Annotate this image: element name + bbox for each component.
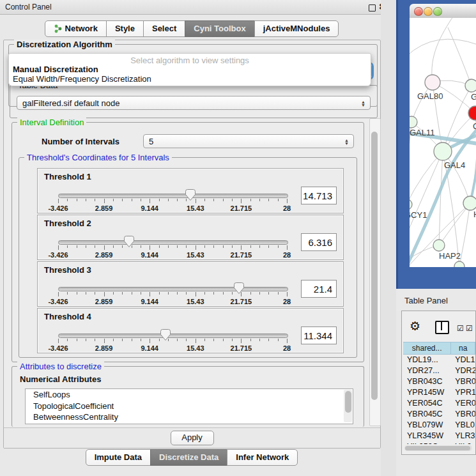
threshold-value-field[interactable]: 6.316 xyxy=(301,233,337,251)
zoom-traffic-light-icon[interactable] xyxy=(433,7,442,16)
attributes-group-title: Attributes to discretize xyxy=(17,362,104,371)
slider-thumb[interactable] xyxy=(185,189,196,201)
thresholds-group: Threshold's Coordinates for 5 Intervals … xyxy=(19,157,357,358)
tab-network[interactable]: Network xyxy=(45,20,107,37)
tick-mark xyxy=(168,292,169,295)
table-cell: YBL079W xyxy=(403,420,451,431)
checked-checkbox-icon[interactable]: ☑ xyxy=(466,324,473,333)
table-row[interactable]: YER054CYER0 xyxy=(403,398,475,409)
threshold-slider[interactable]: -3.4262.8599.14415.4321.71528 xyxy=(58,283,287,305)
panel-divider[interactable] xyxy=(381,0,396,476)
tick-mark xyxy=(232,245,233,248)
tick-mark xyxy=(250,339,251,341)
attribute-list-item[interactable]: SelfLoops xyxy=(26,389,353,401)
checked-checkbox-icon[interactable]: ☑ xyxy=(457,324,464,333)
threshold-slider[interactable]: -3.4262.8599.14415.4321.71528 xyxy=(58,330,287,351)
table-row[interactable]: YDL19...YDL1 xyxy=(403,355,475,365)
table-column-header[interactable]: na xyxy=(451,342,475,355)
tick-mark xyxy=(278,245,279,248)
content-vertical-scrollbar[interactable] xyxy=(369,118,381,426)
table-data-combo[interactable]: galFiltered.sif default node ▲▼ xyxy=(17,96,371,110)
tick-label: -3.426 xyxy=(48,344,68,352)
table-row[interactable]: YBR043CYBR0 xyxy=(403,376,475,387)
network-window-titlebar[interactable] xyxy=(410,4,476,19)
control-panel: Control Panel ✖ NetworkStyleSelectCyni T… xyxy=(0,0,383,476)
tick-mark xyxy=(132,199,132,201)
apply-button[interactable]: Apply xyxy=(171,431,214,445)
tab-label: Style xyxy=(115,24,135,33)
slider-track[interactable] xyxy=(58,194,288,198)
node-attribute-table[interactable]: shared...na YDL19...YDL1YDR27...YDR2YBR0… xyxy=(403,342,475,444)
table-row[interactable]: YDR27...YDR2 xyxy=(403,365,475,376)
table-row[interactable]: YBL079WYBL0 xyxy=(403,420,475,431)
slider-track[interactable] xyxy=(58,240,288,245)
number-of-intervals-value: 5 xyxy=(149,137,153,146)
network-node[interactable] xyxy=(454,261,464,267)
number-of-intervals-combo[interactable]: 5 ▲▼ xyxy=(143,134,354,148)
threshold-label: Threshold 4 xyxy=(44,312,91,321)
tick-mark xyxy=(177,292,178,295)
tick-mark xyxy=(113,245,114,248)
algorithm-option-manual[interactable]: Manual Discretization xyxy=(13,65,98,74)
scrollbar-thumb[interactable] xyxy=(405,446,470,450)
gear-icon[interactable]: ⚙ xyxy=(410,319,420,334)
tab-style[interactable]: Style xyxy=(106,20,144,37)
slider-thumb[interactable] xyxy=(234,282,244,295)
threshold-slider[interactable]: -3.4262.8599.14415.4321.71528 xyxy=(58,236,287,258)
slider-tick-labels: -3.4262.8599.14415.4321.71528 xyxy=(58,298,287,305)
network-node-label: GAL11 xyxy=(410,128,435,137)
tab-infer-network[interactable]: Infer Network xyxy=(227,449,298,466)
attributes-scrollbar[interactable] xyxy=(344,390,352,422)
table-row[interactable]: YLR345WYLR3 xyxy=(403,431,475,441)
table-row[interactable]: YIL052CYIL0 xyxy=(403,441,475,444)
slider-thumb[interactable] xyxy=(160,329,171,341)
tick-label: 21.715 xyxy=(231,251,252,259)
tick-mark xyxy=(287,292,288,296)
threshold-value-field[interactable]: 21.4 xyxy=(301,280,337,298)
tick-mark xyxy=(77,292,77,295)
tick-label: 21.715 xyxy=(231,344,252,352)
numerical-attributes-list[interactable]: SelfLoopsTopologicalCoefficientBetweenne… xyxy=(25,388,353,424)
threshold-slider[interactable]: -3.4262.8599.14415.4321.71528 xyxy=(58,190,287,211)
tab-jactivemnodules[interactable]: jActiveMNodules xyxy=(254,20,339,37)
threshold-panel-3: Threshold 3-3.4262.8599.14415.4321.71528… xyxy=(37,261,344,307)
network-canvas[interactable]: GAL80GACGAL11GAL4GCY1HHAP2 xyxy=(410,18,476,267)
scrollbar-thumb[interactable] xyxy=(371,132,378,400)
tab-cyni-toolbox[interactable]: Cyni Toolbox xyxy=(185,20,254,37)
network-node[interactable] xyxy=(463,196,476,210)
network-node[interactable] xyxy=(434,142,452,160)
threshold-value-field[interactable]: 14.713 xyxy=(301,187,337,204)
network-node[interactable] xyxy=(410,116,417,128)
table-horizontal-scrollbar[interactable] xyxy=(404,445,472,451)
tick-label: 28 xyxy=(283,344,291,352)
threshold-value-field[interactable]: 11.344 xyxy=(301,326,337,344)
tab-discretize-data[interactable]: Discretize Data xyxy=(150,449,227,466)
tick-mark xyxy=(213,199,214,201)
split-columns-icon[interactable] xyxy=(435,321,449,334)
algorithm-option-equal-width[interactable]: Equal Width/Frequency Discretization xyxy=(13,74,151,84)
tab-impute-data[interactable]: Impute Data xyxy=(86,449,151,466)
tab-select[interactable]: Select xyxy=(143,20,185,37)
table-column-header[interactable]: shared... xyxy=(403,342,451,355)
network-node[interactable] xyxy=(425,75,440,90)
network-node[interactable] xyxy=(433,240,445,251)
network-node-label: GAL4 xyxy=(444,160,465,170)
slider-track[interactable] xyxy=(58,287,288,291)
tick-label: 2.859 xyxy=(95,298,113,305)
number-of-intervals-label: Number of Intervals xyxy=(42,137,119,146)
attribute-list-item[interactable]: TopologicalCoefficient xyxy=(26,401,353,412)
float-window-icon[interactable] xyxy=(369,4,376,12)
network-node[interactable] xyxy=(410,199,412,210)
tick-mark xyxy=(223,245,224,248)
scrollbar-thumb[interactable] xyxy=(345,391,351,413)
attribute-list-item[interactable]: BetweennessCentrality xyxy=(26,411,353,423)
tick-mark xyxy=(186,292,187,295)
table-row[interactable]: YPR145WYPR1 xyxy=(403,387,475,398)
minimize-traffic-light-icon[interactable] xyxy=(424,7,433,16)
table-row[interactable]: YBR045CYBR0 xyxy=(403,409,475,420)
slider-thumb[interactable] xyxy=(124,236,134,248)
network-node[interactable] xyxy=(465,79,476,92)
network-edge xyxy=(459,203,470,266)
slider-track[interactable] xyxy=(58,334,288,338)
close-traffic-light-icon[interactable] xyxy=(414,7,423,16)
